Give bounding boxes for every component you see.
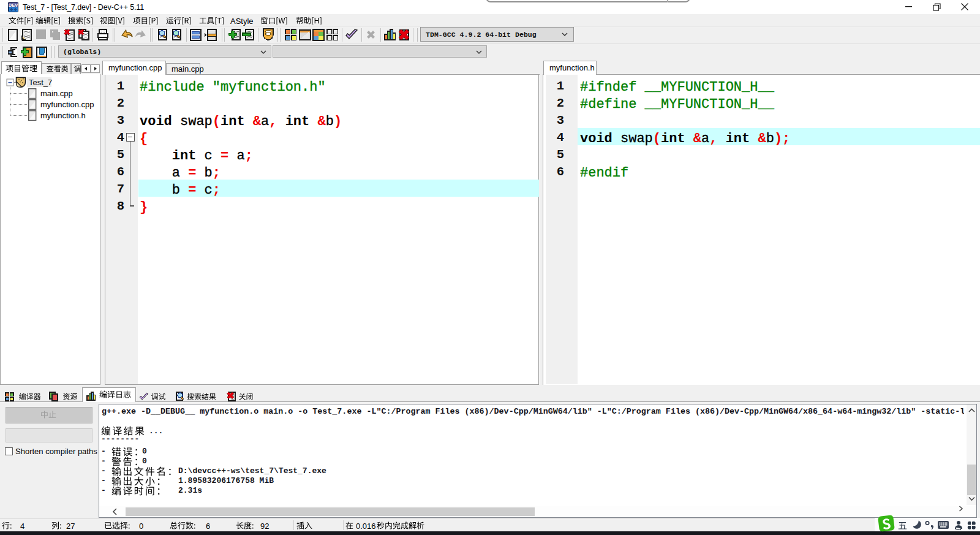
svg-text:DEV: DEV (9, 2, 18, 8)
